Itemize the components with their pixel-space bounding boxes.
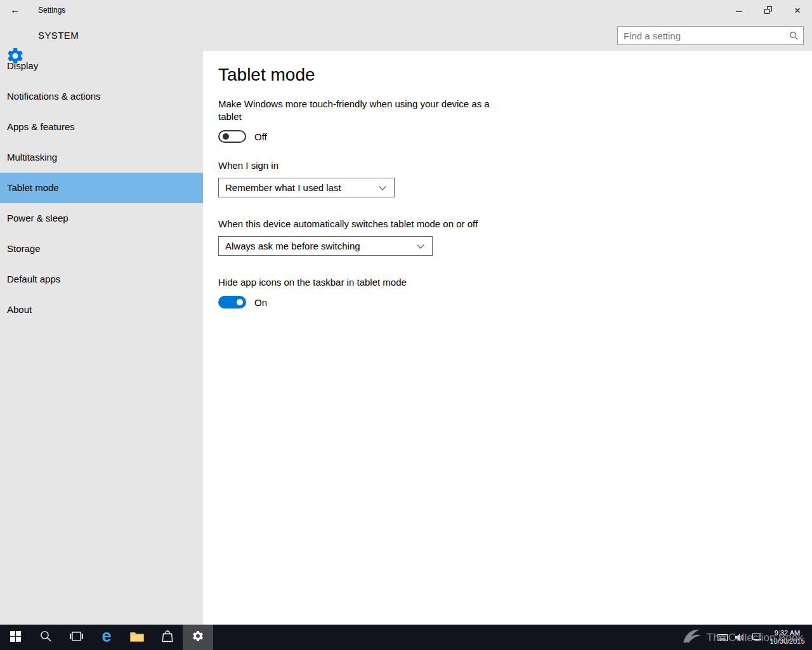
clock-date: 10/30/2015 — [769, 637, 806, 646]
settings-window: ← Settings × SYSTEM — [0, 0, 812, 650]
task-view-button[interactable] — [61, 625, 91, 650]
sidebar-item-tablet-mode[interactable]: Tablet mode — [0, 173, 203, 203]
minimize-button[interactable] — [724, 0, 754, 20]
network-icon[interactable] — [752, 633, 761, 641]
close-button[interactable]: × — [783, 0, 812, 20]
watermark-logo-icon — [682, 628, 702, 647]
hide-icons-state: On — [254, 297, 267, 308]
store-icon — [162, 630, 173, 645]
auto-switch-dropdown-value: Always ask me before switching — [219, 241, 360, 251]
touch-keyboard-icon[interactable] — [717, 634, 728, 641]
sidebar: Display Notifications & actions Apps & f… — [0, 51, 203, 625]
settings-gear-icon — [6, 46, 25, 65]
taskbar-search-button[interactable] — [30, 625, 61, 650]
close-icon: × — [794, 5, 801, 16]
restore-icon — [764, 6, 772, 14]
back-icon: ← — [10, 4, 20, 16]
hide-icons-label: Hide app icons on the taskbar in tablet … — [218, 276, 492, 289]
main-content: Tablet mode Make Windows more touch-frie… — [203, 51, 812, 625]
search-input[interactable] — [618, 27, 784, 44]
clock-time: 9:32 AM — [769, 629, 806, 637]
page-section-title: SYSTEM — [38, 20, 79, 51]
sidebar-item-about[interactable]: About — [0, 295, 203, 325]
store-button[interactable] — [152, 625, 183, 650]
start-button[interactable] — [0, 625, 30, 650]
sidebar-item-multitasking[interactable]: Multitasking — [0, 142, 203, 173]
touch-friendly-state: Off — [254, 131, 267, 142]
sidebar-item-display[interactable]: Display — [0, 51, 203, 81]
page-title: Tablet mode — [218, 63, 797, 86]
window-title: Settings — [38, 0, 65, 20]
touch-friendly-label: Make Windows more touch-friendly when us… — [218, 98, 492, 123]
sidebar-item-power-sleep[interactable]: Power & sleep — [0, 203, 203, 234]
system-tray: 9:32 AM 10/30/2015 — [717, 625, 812, 650]
hide-icons-row: On — [218, 296, 797, 308]
touch-friendly-toggle[interactable] — [218, 130, 246, 143]
minimize-icon — [736, 11, 742, 12]
sidebar-item-default-apps[interactable]: Default apps — [0, 264, 203, 295]
chevron-down-icon — [379, 183, 386, 190]
window-controls: × — [724, 0, 812, 20]
toggle-knob — [223, 133, 229, 140]
auto-switch-label: When this device automatically switches … — [218, 218, 492, 230]
settings-gear-icon — [192, 630, 204, 645]
taskbar: e 9:32 — [0, 625, 812, 650]
back-button[interactable]: ← — [0, 0, 30, 20]
windows-logo-icon — [10, 631, 21, 644]
file-explorer-button[interactable] — [122, 625, 152, 650]
signin-dropdown[interactable]: Remember what I used last — [218, 178, 395, 197]
sidebar-item-storage[interactable]: Storage — [0, 234, 203, 264]
toggle-knob — [237, 299, 243, 305]
titlebar: ← Settings × — [0, 0, 812, 20]
search-icon[interactable] — [784, 27, 803, 44]
search-box — [617, 26, 804, 45]
hide-icons-toggle[interactable] — [218, 296, 246, 308]
volume-icon[interactable] — [735, 633, 745, 641]
auto-switch-dropdown[interactable]: Always ask me before switching — [218, 236, 433, 256]
file-explorer-icon — [130, 631, 144, 644]
signin-label: When I sign in — [218, 159, 492, 172]
task-view-icon — [70, 631, 83, 644]
sidebar-item-apps-features[interactable]: Apps & features — [0, 112, 203, 142]
sidebar-item-notifications[interactable]: Notifications & actions — [0, 81, 203, 112]
search-icon — [40, 630, 52, 645]
header: SYSTEM — [0, 20, 812, 51]
edge-button[interactable]: e — [91, 625, 122, 650]
settings-taskbar-button[interactable] — [183, 625, 213, 650]
touch-friendly-row: Off — [218, 130, 797, 143]
edge-icon: e — [102, 628, 111, 645]
chevron-down-icon — [417, 241, 424, 248]
restore-button[interactable] — [754, 0, 783, 20]
signin-dropdown-value: Remember what I used last — [219, 182, 341, 193]
clock[interactable]: 9:32 AM 10/30/2015 — [769, 629, 806, 646]
